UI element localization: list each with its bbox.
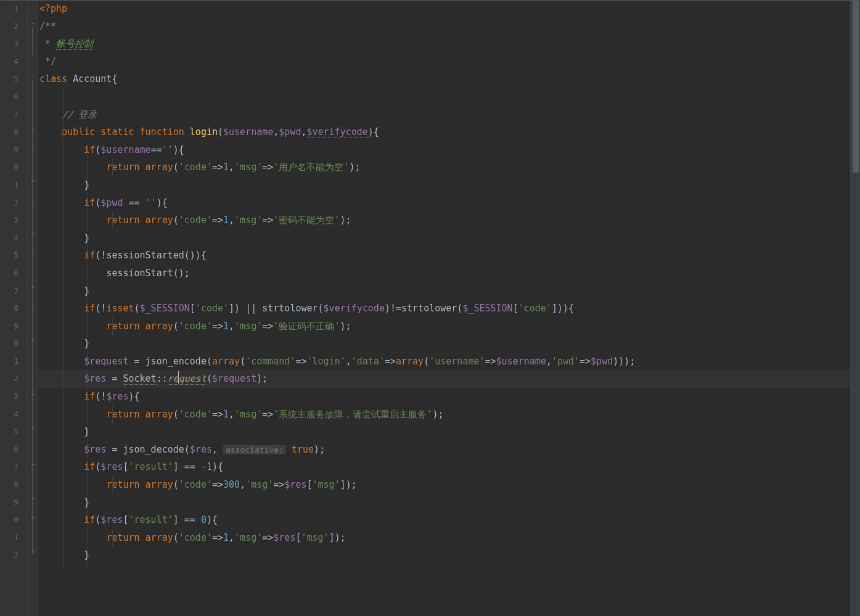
str: 'msg' — [313, 479, 340, 490]
kw: return — [106, 215, 139, 226]
doc-text: 帐号控制 — [56, 38, 93, 50]
code-line[interactable]: if(!$res){ — [38, 388, 850, 406]
op: => — [295, 356, 306, 367]
fold-end-icon[interactable]: ⌃ — [29, 285, 36, 292]
line-number: 0 — [0, 335, 27, 353]
code-line[interactable]: } — [38, 176, 850, 194]
line-number: 6 — [0, 265, 27, 282]
code-line[interactable]: } — [38, 546, 850, 564]
code-line[interactable]: public static function login($username,$… — [38, 123, 850, 141]
op: => — [579, 356, 591, 367]
num: 1 — [223, 409, 229, 420]
code-area[interactable]: <?php /** * 帐号控制 */ class Account{ // 登录… — [38, 0, 851, 616]
fold-minus-icon[interactable]: − — [29, 303, 36, 310]
line-number: 1 — [0, 0, 27, 18]
code-line[interactable]: $res = json_decode($res, associative: tr… — [38, 441, 850, 459]
line-number: 5 — [0, 70, 27, 88]
op: => — [262, 215, 273, 226]
op: == — [151, 144, 162, 155]
fold-minus-icon[interactable]: − — [29, 391, 36, 398]
code-line[interactable]: sessionStart(); — [38, 265, 850, 282]
fold-minus-icon[interactable]: − — [29, 461, 36, 469]
kw: return — [106, 321, 139, 332]
fold-minus-icon[interactable]: − — [29, 250, 36, 257]
code-line[interactable]: // 登录 — [38, 106, 850, 124]
code-line[interactable]: return array('code'=>1,'msg'=>'密码不能为空'); — [38, 211, 850, 229]
fold-end-icon[interactable]: ⌃ — [29, 232, 36, 239]
code-line[interactable]: if($res['result'] == -1){ — [38, 458, 850, 476]
num: 1 — [223, 321, 229, 332]
code-editor[interactable]: 1 2 3 4 5 6 7 8 9 0 1 2 3 4 5 6 7 8 9 0 … — [0, 0, 860, 616]
line-number-gutter: 1 2 3 4 5 6 7 8 9 0 1 2 3 4 5 6 7 8 9 0 … — [0, 0, 28, 616]
code-line[interactable]: return array('code'=>1,'msg'=>'用户名不能为空')… — [38, 158, 850, 176]
op: => — [262, 409, 273, 420]
str: 'result' — [129, 461, 173, 472]
var: $res — [190, 444, 212, 455]
str: 'result' — [129, 514, 173, 525]
fn: json_encode — [145, 356, 207, 367]
line-number: 4 — [0, 229, 27, 247]
kw: if — [84, 250, 95, 261]
op: => — [212, 215, 223, 226]
line-number: 3 — [0, 35, 27, 53]
fold-minus-icon[interactable]: − — [29, 514, 36, 522]
code-line[interactable]: } — [38, 423, 850, 441]
code-line[interactable]: } — [38, 229, 850, 247]
code-line[interactable]: if($username==''){ — [38, 141, 850, 159]
fold-end-icon[interactable]: ⌃ — [29, 179, 36, 186]
var: $pwd — [279, 126, 301, 138]
str: '' — [145, 197, 157, 208]
op: => — [273, 479, 284, 490]
code-line[interactable]: if(!isset($_SESSION['code']) || strtolow… — [38, 300, 850, 318]
indent-guide — [112, 406, 113, 423]
fn-name: login — [190, 126, 218, 138]
code-line[interactable]: return array('code'=>300,'msg'=>$res['ms… — [38, 476, 850, 494]
str: 'msg' — [234, 162, 262, 173]
str: 'msg' — [301, 532, 329, 543]
fn: sessionStarted — [106, 250, 184, 261]
code-line[interactable]: } — [38, 282, 850, 300]
code-line[interactable]: $request = json_encode(array('command'=>… — [38, 353, 850, 371]
fold-end-icon[interactable]: ⌃ — [29, 426, 36, 433]
fold-minus-icon[interactable]: − — [29, 144, 36, 151]
num: 1 — [223, 215, 229, 226]
code-line[interactable]: return array('code'=>1,'msg'=>'验证码不正确'); — [38, 318, 850, 335]
code-line[interactable]: if($pwd == ''){ — [38, 194, 850, 212]
code-line[interactable]: /** — [38, 18, 850, 36]
indent-guide — [112, 530, 113, 547]
fold-end-icon[interactable]: ⌃ — [29, 549, 36, 557]
code-line-current[interactable]: $res = Socket::request($request); — [38, 370, 850, 388]
num: 1 — [223, 532, 229, 543]
str: 'msg' — [234, 215, 262, 226]
line-number: 7 — [0, 282, 27, 300]
code-line[interactable]: if(!sessionStarted()){ — [38, 247, 850, 265]
vertical-scrollbar[interactable] — [851, 0, 860, 616]
code-line[interactable] — [38, 88, 850, 106]
var: $request — [84, 356, 128, 367]
line-number: 9 — [0, 494, 27, 512]
scroll-thumb[interactable] — [853, 0, 859, 173]
kw: true — [292, 444, 314, 455]
code-line[interactable]: */ — [38, 53, 850, 71]
code-line[interactable]: } — [38, 335, 850, 353]
fold-end-icon[interactable]: ⌃ — [29, 338, 36, 345]
op: => — [212, 479, 223, 490]
str: '' — [162, 144, 173, 155]
fold-minus-icon[interactable]: − — [29, 73, 36, 80]
code-line[interactable]: return array('code'=>1,'msg'=>'系统主服务故障，请… — [38, 406, 850, 424]
brace: } — [84, 549, 89, 561]
code-line[interactable]: * 帐号控制 — [38, 35, 850, 53]
code-line[interactable]: return array('code'=>1,'msg'=>$res['msg'… — [38, 529, 850, 547]
fold-minus-icon[interactable]: − — [29, 197, 36, 204]
code-line[interactable]: if($res['result'] == 0){ — [38, 511, 850, 529]
op: => — [212, 162, 223, 173]
fold-end-icon[interactable]: ⌃ — [29, 496, 36, 504]
var: $pwd — [591, 356, 613, 367]
code-line[interactable]: <?php — [38, 0, 850, 18]
fold-minus-icon[interactable]: − — [29, 20, 36, 28]
code-line[interactable]: class Account{ — [38, 70, 850, 88]
line-number: 8 — [0, 123, 27, 141]
fold-minus-icon[interactable]: − — [29, 126, 36, 133]
code-line[interactable]: } — [38, 494, 850, 512]
str: '验证码不正确' — [273, 321, 340, 332]
